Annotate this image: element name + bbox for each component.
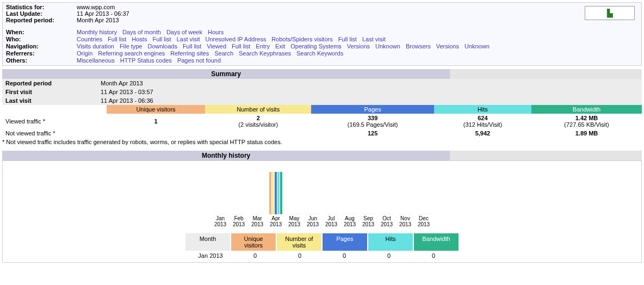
- chart-x-label: Jul2013: [322, 215, 340, 227]
- nav-link[interactable]: Unresolved IP Address: [205, 36, 266, 42]
- viewed-hits: 624: [478, 115, 487, 121]
- chart-column: [211, 165, 230, 214]
- chart-column: [396, 165, 414, 214]
- viewed-pages: 339: [368, 115, 377, 121]
- nav-link[interactable]: Browsers: [406, 43, 431, 49]
- chart-column: [414, 165, 433, 214]
- mrow-pages: 0: [322, 251, 367, 260]
- nav-link[interactable]: Visits duration: [77, 43, 114, 49]
- legend-nv: Number of visits: [276, 233, 322, 251]
- nav-others-label: Others:: [6, 57, 77, 64]
- header-box: ▙ Statistics for: www.wpp.com Last Updat…: [2, 2, 642, 66]
- nav-navigation-links: Visits durationFile typeDownloadsFull li…: [77, 43, 638, 49]
- nav-others-links: MiscellaneousHTTP Status codesPages not …: [77, 57, 638, 64]
- mrow-nv: 0: [277, 251, 322, 260]
- chart-x-label: Jan2013: [211, 215, 230, 227]
- nav-when-label: When:: [6, 29, 77, 35]
- notviewed-hits: 5,942: [475, 130, 491, 137]
- viewed-hits-sub: (312 Hits/Visit): [463, 121, 502, 128]
- monthly-title: Monthly history: [2, 151, 450, 160]
- summary-title: Summary: [2, 69, 450, 79]
- mrow-bw: 0: [411, 251, 456, 260]
- nav-link[interactable]: Origin: [77, 50, 92, 57]
- monthly-chart: [3, 165, 641, 214]
- chart-column: [304, 165, 322, 214]
- nav-link[interactable]: Last visit: [362, 36, 386, 42]
- last-update-label: Last Update:: [6, 10, 77, 17]
- nav-link[interactable]: Pages not found: [177, 57, 221, 64]
- nav-link[interactable]: Last visit: [177, 36, 200, 42]
- viewed-pages-sub: (169.5 Pages/Visit): [348, 121, 398, 128]
- not-viewed-traffic-label: Not viewed traffic *: [2, 129, 107, 138]
- nav-link[interactable]: Miscellaneous: [77, 57, 115, 64]
- chart-column: [267, 165, 285, 214]
- monthly-axis-labels: Jan2013Feb2013Mar2013Apr2013May2013Jun20…: [3, 215, 641, 227]
- chart-column: [340, 165, 359, 214]
- nav-link[interactable]: Referring search engines: [98, 50, 165, 57]
- nav-link[interactable]: Full list: [152, 36, 171, 42]
- monthly-section: Monthly history Jan2013Feb2013Mar2013Apr…: [2, 151, 642, 263]
- last-update-value: 11 Apr 2013 - 06:37: [77, 10, 585, 17]
- nav-link[interactable]: Search Keyphrases: [239, 50, 291, 57]
- nav-link[interactable]: Versions: [436, 43, 459, 49]
- chart-column: [230, 165, 248, 214]
- chart-x-label: Aug2013: [340, 215, 359, 227]
- nav-link[interactable]: Viewed: [207, 43, 226, 49]
- nav-who-label: Who:: [6, 36, 77, 42]
- chart-x-label: Nov2013: [396, 215, 414, 227]
- sum-first-label: First visit: [5, 89, 101, 95]
- nav-link[interactable]: Robots/Spiders visitors: [271, 36, 333, 42]
- nav-link[interactable]: Referring sites: [170, 50, 209, 57]
- viewed-bw: 1.42 MB: [575, 115, 598, 121]
- nav-link[interactable]: Search Keywords: [296, 50, 343, 57]
- nav-who-links: CountriesFull listHostsFull listLast vis…: [77, 36, 638, 42]
- nav-link[interactable]: HTTP Status codes: [120, 57, 172, 64]
- nav-referrers-links: OriginReferring search enginesReferring …: [77, 50, 638, 57]
- chart-x-label: Sep2013: [359, 215, 377, 227]
- nav-when-links: Monthly historyDays of monthDays of week…: [77, 29, 638, 35]
- viewed-traffic-label: Viewed traffic *: [2, 114, 107, 129]
- legend-bw: Bandwidth: [413, 233, 459, 251]
- nav-link[interactable]: Full list: [338, 36, 357, 42]
- nav-link[interactable]: Monthly history: [77, 29, 117, 35]
- nav-link[interactable]: Full list: [108, 36, 126, 42]
- col-number-of-visits: Number of visits: [205, 105, 311, 114]
- viewed-nv-sub: (2 visits/visitor): [238, 121, 278, 128]
- chart-x-label: Apr2013: [267, 215, 285, 227]
- mrow-hits: 0: [367, 251, 411, 260]
- nav-link[interactable]: Days of month: [122, 29, 161, 35]
- viewed-nv: 2: [257, 115, 260, 121]
- nav-navigation-label: Navigation:: [6, 43, 77, 49]
- nav-link[interactable]: Hosts: [132, 36, 147, 42]
- logo-placeholder: ▙: [585, 6, 635, 20]
- nav-block: When:Monthly historyDays of monthDays of…: [6, 29, 638, 64]
- broken-image-icon: ▙: [607, 9, 613, 17]
- viewed-bw-sub: (727.65 KB/Visit): [564, 121, 609, 128]
- nav-link[interactable]: File type: [120, 43, 143, 49]
- nav-link[interactable]: Versions: [347, 43, 370, 49]
- stats-for-value: www.wpp.com: [77, 4, 585, 10]
- sum-last-value: 11 Apr 2013 - 06:36: [101, 97, 153, 104]
- nav-link[interactable]: Search: [214, 50, 233, 57]
- nav-link[interactable]: Countries: [77, 36, 102, 42]
- stats-for-label: Statistics for:: [6, 4, 77, 10]
- nav-link[interactable]: Full list: [232, 43, 250, 49]
- col-unique-visitors: Unique visitors: [107, 105, 205, 114]
- summary-section: Summary Reported periodMonth Apr 2013 Fi…: [2, 69, 642, 138]
- nav-link[interactable]: Entry: [256, 43, 270, 49]
- nav-link[interactable]: Days of week: [166, 29, 202, 35]
- chart-column: [248, 165, 267, 214]
- nav-link[interactable]: Full list: [183, 43, 201, 49]
- monthly-legend: Month Unique visitors Number of visits P…: [3, 233, 641, 251]
- nav-link[interactable]: Hours: [208, 29, 224, 35]
- nav-link[interactable]: Operating Systems: [290, 43, 342, 49]
- nav-link[interactable]: Exit: [275, 43, 285, 49]
- notviewed-pages: 125: [368, 130, 377, 137]
- sum-last-label: Last visit: [5, 97, 101, 104]
- notviewed-bw: 1.89 MB: [575, 130, 598, 137]
- nav-link[interactable]: Downloads: [147, 43, 177, 49]
- nav-link[interactable]: Unknown: [465, 43, 490, 49]
- nav-referrers-label: Referrers:: [6, 50, 77, 57]
- nav-link[interactable]: Unknown: [375, 43, 400, 49]
- col-hits: Hits: [434, 105, 531, 114]
